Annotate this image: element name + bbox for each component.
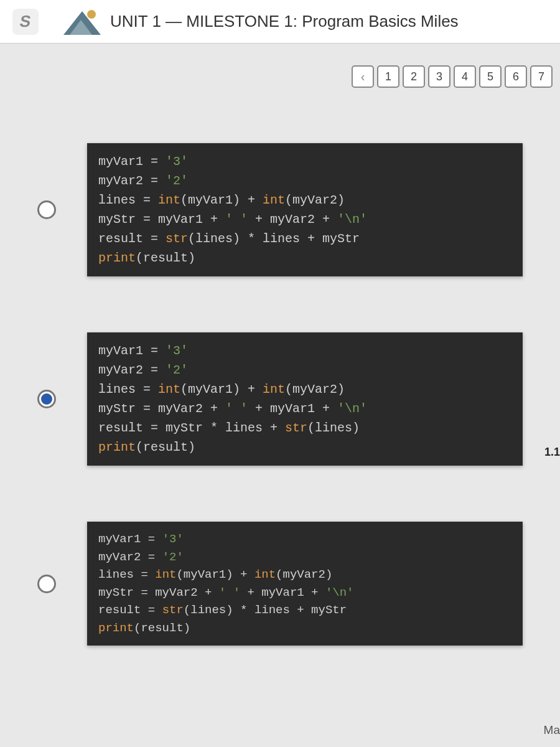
bottom-note: Ma bbox=[544, 723, 560, 737]
code-token: = bbox=[143, 232, 166, 246]
code-token: (lines) bbox=[307, 421, 360, 435]
code-token: myVar1 bbox=[98, 154, 143, 169]
code-token: (myVar1) bbox=[180, 193, 240, 207]
code-token: '3' bbox=[166, 344, 188, 358]
code-token: int bbox=[158, 193, 180, 207]
code-token: = bbox=[141, 603, 162, 617]
answer-option-3[interactable]: myVar1 = '3'myVar2 = '2'lines = int(myVa… bbox=[87, 522, 560, 646]
code-block: myVar1 = '3'myVar2 = '2'lines = int(myVa… bbox=[87, 143, 523, 276]
code-token: ' ' bbox=[219, 586, 240, 599]
code-token: int bbox=[158, 382, 180, 397]
code-token: str bbox=[166, 232, 188, 246]
code-line: print(result) bbox=[98, 438, 511, 457]
code-token: = bbox=[143, 154, 166, 169]
code-token: myStr bbox=[98, 212, 136, 227]
code-token: int bbox=[254, 568, 276, 581]
code-line: lines = int(myVar1) + int(myVar2) bbox=[98, 566, 511, 584]
code-token: '2' bbox=[166, 174, 188, 188]
code-token: myVar1 bbox=[98, 532, 141, 546]
code-token: '3' bbox=[166, 154, 188, 169]
code-line: myVar1 = '3' bbox=[98, 152, 511, 171]
code-line: myVar1 = '3' bbox=[98, 341, 511, 360]
code-token: = bbox=[134, 568, 155, 581]
code-line: myStr = myVar2 + ' ' + myVar1 + '\n' bbox=[98, 584, 511, 602]
code-token: + bbox=[233, 568, 254, 581]
code-token: = bbox=[141, 550, 162, 564]
code-line: myStr = myVar1 + ' ' + myVar2 + '\n' bbox=[98, 210, 511, 229]
code-token: (myVar1) bbox=[180, 382, 240, 397]
code-token: * lines + myStr bbox=[233, 603, 347, 617]
code-token: '2' bbox=[166, 363, 188, 377]
answer-options: myVar1 = '3'myVar2 = '2'lines = int(myVa… bbox=[0, 44, 560, 646]
radio-button[interactable] bbox=[37, 390, 56, 408]
radio-button[interactable] bbox=[37, 200, 56, 219]
answer-option-2[interactable]: myVar1 = '3'myVar2 = '2'lines = int(myVa… bbox=[87, 332, 560, 466]
code-token: + myVar2 + bbox=[248, 212, 337, 227]
code-token: '\n' bbox=[337, 212, 367, 227]
code-token: result bbox=[98, 232, 143, 246]
code-token: int bbox=[263, 193, 285, 207]
side-note: 1.1 bbox=[544, 446, 560, 459]
code-token: = bbox=[143, 363, 166, 377]
radio-button[interactable] bbox=[37, 575, 56, 593]
code-token: lines bbox=[98, 568, 134, 581]
code-token: (lines) bbox=[188, 232, 240, 246]
code-token: print bbox=[98, 440, 136, 454]
code-token: (myVar1) bbox=[176, 568, 233, 581]
code-token: str bbox=[285, 421, 307, 435]
code-token: result bbox=[98, 603, 141, 617]
header-bar: S UNIT 1 — MILESTONE 1: Program Basics M… bbox=[0, 0, 560, 44]
code-line: result = myStr * lines + str(lines) bbox=[98, 418, 511, 438]
code-token: lines bbox=[98, 382, 136, 397]
code-token: result bbox=[98, 421, 143, 435]
page-title: UNIT 1 — MILESTONE 1: Program Basics Mil… bbox=[110, 12, 459, 31]
code-line: myStr = myVar2 + ' ' + myVar1 + '\n' bbox=[98, 399, 511, 418]
app-logo: S bbox=[12, 9, 39, 35]
code-token: myStr bbox=[98, 586, 134, 599]
code-token: '\n' bbox=[325, 586, 354, 599]
code-token: (result) bbox=[136, 251, 195, 265]
code-token: myVar2 bbox=[98, 363, 143, 377]
code-line: lines = int(myVar1) + int(myVar2) bbox=[98, 380, 511, 399]
code-token: = myVar2 + bbox=[134, 586, 219, 599]
code-token: = bbox=[143, 344, 166, 358]
code-line: myVar2 = '2' bbox=[98, 171, 511, 190]
code-line: myVar2 = '2' bbox=[98, 360, 511, 380]
code-token: + myVar1 + bbox=[240, 586, 325, 599]
code-line: myVar1 = '3' bbox=[98, 530, 511, 548]
code-token: (myVar2) bbox=[285, 193, 345, 207]
code-token: (lines) bbox=[184, 603, 233, 617]
answer-option-1[interactable]: myVar1 = '3'myVar2 = '2'lines = int(myVa… bbox=[87, 143, 560, 276]
code-line: myVar2 = '2' bbox=[98, 548, 511, 566]
code-token: = bbox=[141, 532, 162, 546]
code-token: myVar2 bbox=[98, 174, 143, 188]
code-token: = bbox=[143, 174, 166, 188]
code-token: (myVar2) bbox=[276, 568, 332, 581]
code-token: (result) bbox=[134, 621, 190, 635]
code-token: = bbox=[136, 382, 158, 397]
code-line: result = str(lines) * lines + myStr bbox=[98, 601, 511, 619]
code-token: int bbox=[155, 568, 176, 581]
code-token: ' ' bbox=[225, 212, 248, 227]
code-token: = myVar2 + bbox=[136, 402, 225, 416]
code-token: (myVar2) bbox=[285, 382, 345, 397]
code-token: (result) bbox=[136, 440, 195, 454]
code-token: ' ' bbox=[225, 402, 248, 416]
code-token: print bbox=[98, 621, 134, 635]
code-line: print(result) bbox=[98, 248, 511, 268]
code-token: myVar1 bbox=[98, 344, 143, 358]
code-token: int bbox=[263, 382, 285, 397]
code-token: + bbox=[240, 382, 263, 397]
code-token: myVar2 bbox=[98, 550, 141, 564]
code-block: myVar1 = '3'myVar2 = '2'lines = int(myVa… bbox=[87, 332, 523, 466]
code-line: print(result) bbox=[98, 619, 511, 637]
code-token: '\n' bbox=[337, 402, 367, 416]
code-token: = myVar1 + bbox=[136, 212, 225, 227]
code-token: + bbox=[240, 193, 263, 207]
code-block: myVar1 = '3'myVar2 = '2'lines = int(myVa… bbox=[87, 522, 523, 646]
code-token: = myStr * lines + bbox=[143, 421, 285, 435]
code-token: '3' bbox=[162, 532, 184, 546]
code-line: result = str(lines) * lines + myStr bbox=[98, 229, 511, 248]
code-token: str bbox=[162, 603, 184, 617]
code-token: print bbox=[98, 251, 136, 265]
